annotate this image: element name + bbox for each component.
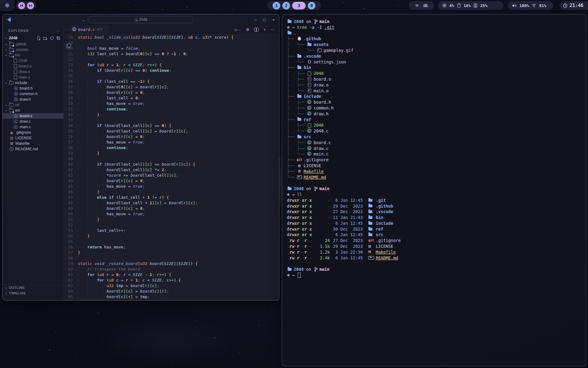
close-button[interactable]: × [272, 17, 275, 22]
token: ; [186, 129, 188, 133]
sidebar-item-2048[interactable]: 2048 [3, 58, 63, 63]
run-file-button[interactable]: ▷⌄ [235, 27, 241, 32]
sidebar-item-.gitignore[interactable]: ◈.gitignore [3, 130, 63, 135]
refresh-icon[interactable] [50, 36, 54, 40]
explorer-root-folder[interactable]: › 2048 [3, 35, 63, 41]
new-file-icon[interactable] [37, 36, 41, 40]
tree-row: │ └── main.o [287, 88, 581, 94]
outline-section[interactable]: › OUTLINE [3, 285, 63, 290]
line-content: board[r][c] = 0; [78, 90, 279, 95]
token: for [87, 63, 94, 67]
token: ; [142, 63, 145, 67]
maximize-button[interactable]: □ [263, 17, 266, 22]
line-content: if (last_cell == -1) { [78, 79, 279, 84]
code-line: 29 last_cell = 0; [64, 95, 279, 101]
code-line: 35 board[last_cell][c] = board[r][c]; [64, 128, 279, 134]
minimize-button[interactable]: – [254, 17, 256, 22]
permissions: .rw-r--r-- [287, 249, 315, 255]
workspace-button-8[interactable]: 8 [308, 2, 315, 10]
media-prev-button[interactable] [18, 2, 25, 9]
sidebar-item-board.h[interactable]: Ⓗboard.h [3, 86, 63, 91]
command-token: -a -I [307, 25, 324, 30]
sidebar-item-main.o[interactable]: main.o [3, 75, 63, 80]
sidebar-item-include[interactable]: ›include [3, 80, 63, 86]
line-number: 27 [64, 84, 78, 90]
code-editor[interactable]: 18static bool _slide_col(u32 board[SIZE]… [64, 34, 279, 300]
sidebar-item-.github[interactable]: ›.github [3, 41, 63, 47]
sidebar-item-common.h[interactable]: Ⓗcommon.h [3, 91, 63, 97]
sidebar-item-main.c[interactable]: Ⓒmain.c [3, 124, 63, 130]
token: board [107, 90, 119, 95]
token: = [128, 212, 130, 216]
terminal-window[interactable]: 2048 on main❄ → tree -a -I .git.├── .git… [282, 14, 586, 366]
collapse-all-icon[interactable] [56, 36, 60, 40]
token: ] [130, 90, 133, 95]
explorer-more-icon[interactable]: ⋯ [56, 29, 60, 33]
command-center-search[interactable]: 2048 [88, 16, 194, 23]
permissions: drwxr-xr-x [287, 232, 315, 238]
token: ; [142, 212, 145, 216]
sidebar-item-src[interactable]: ›src [3, 108, 63, 113]
perm-char: - [300, 198, 302, 203]
wifi-icon [532, 4, 536, 7]
date-modified: 30 Dec 2023 [333, 226, 367, 232]
workspace-button-2[interactable]: 2 [282, 2, 290, 10]
token: ; [142, 140, 145, 144]
perm-char: r [304, 198, 307, 203]
perm-char: x [302, 215, 304, 220]
token: ; [126, 145, 128, 150]
perm-char: - [300, 232, 302, 237]
sidebar-item-LICENSE[interactable]: ⚖LICENSE [3, 135, 63, 141]
file-label: 2048 [19, 58, 27, 63]
token: [ [145, 52, 147, 56]
media-next-button[interactable] [27, 2, 34, 9]
skip-next-icon [29, 4, 32, 7]
token: score [109, 173, 121, 178]
new-folder-icon[interactable] [43, 36, 47, 40]
workspace-button-3[interactable]: 3 [292, 2, 306, 10]
token: [ [145, 162, 147, 167]
token: ] [123, 90, 126, 95]
sidebar-item-draw.c[interactable]: Ⓒdraw.c [3, 119, 63, 124]
line-number: 31 [64, 106, 78, 112]
indent [78, 190, 87, 194]
tree-connector: │ └── [287, 128, 307, 134]
sidebar-item-board.o[interactable]: board.o [3, 63, 63, 69]
more-actions-icon[interactable]: ⋯ [271, 27, 275, 32]
line-number: 22 [64, 57, 78, 62]
indent [78, 217, 87, 222]
split-editor-icon[interactable] [254, 28, 258, 32]
token: board [107, 294, 119, 299]
tree-connector: ├── [287, 163, 297, 169]
token: ] [142, 123, 145, 128]
tab-board-c[interactable]: Ⓒ board.c src [69, 25, 108, 34]
nix-launcher-button[interactable]: ❄ [0, 0, 14, 11]
nav-back-button[interactable]: ← [82, 14, 86, 25]
tab-overflow-icon[interactable]: ⋯ [64, 25, 69, 34]
workspace-button-1[interactable]: 1 [273, 2, 280, 10]
line-content: } [78, 217, 279, 222]
line-number: 54 [64, 233, 78, 239]
license-book-icon: ▤ [298, 163, 301, 169]
settings-gear-icon[interactable]: ⚙ [246, 27, 250, 32]
sidebar-item-.vscode[interactable]: ›.vscode [3, 47, 63, 52]
line-content: board[last_cell][c] = board[r][c]; [78, 128, 279, 134]
close-editor-icon[interactable]: × [263, 27, 266, 32]
sidebar-item-Makefile[interactable]: ⚒Makefile [3, 141, 63, 146]
sidebar-item-draw.o[interactable]: draw.o [3, 69, 63, 75]
token: = [155, 129, 157, 133]
sidebar-item-draw.h[interactable]: Ⓗdraw.h [3, 97, 63, 102]
workspace-switcher: 1238 [267, 1, 321, 10]
tree-entry-label: bin [304, 65, 311, 71]
tree-connector: │ ├── [287, 146, 307, 151]
token: ++ [150, 63, 155, 67]
sidebar-item-board.c[interactable]: Ⓒboard.c [3, 113, 63, 119]
line-number: 21 [64, 51, 78, 57]
sidebar-item-ref[interactable]: ›ref [3, 102, 63, 108]
sidebar-item-README.md[interactable]: ⓘREADME.md [3, 146, 63, 152]
token: ; [147, 294, 150, 299]
cwd-label: 2048 [294, 266, 304, 272]
timeline-section[interactable]: › TIMELINE [3, 290, 63, 296]
sidebar-item-bin[interactable]: ›bin [3, 52, 63, 58]
token: [ [119, 294, 121, 299]
